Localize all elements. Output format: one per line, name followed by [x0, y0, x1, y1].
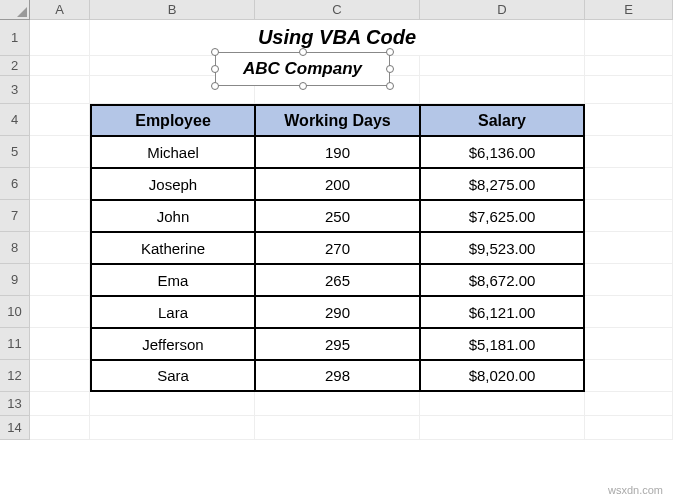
table-row[interactable]: $5,181.00 — [420, 328, 585, 360]
table-row[interactable]: 190 — [255, 136, 420, 168]
table-row[interactable]: Lara — [90, 296, 255, 328]
cell-a3[interactable] — [30, 76, 90, 104]
resize-handle-mr[interactable] — [386, 65, 394, 73]
cell-e11[interactable] — [585, 328, 673, 360]
col-header-d[interactable]: D — [420, 0, 585, 20]
resize-handle-br[interactable] — [386, 82, 394, 90]
textbox-text: ABC Company — [243, 59, 362, 79]
resize-handle-tm[interactable] — [299, 48, 307, 56]
table-row[interactable]: $8,020.00 — [420, 360, 585, 392]
cell-a7[interactable] — [30, 200, 90, 232]
cell-a13[interactable] — [30, 392, 90, 416]
cell-a8[interactable] — [30, 232, 90, 264]
cell-a9[interactable] — [30, 264, 90, 296]
resize-handle-tr[interactable] — [386, 48, 394, 56]
cell-a12[interactable] — [30, 360, 90, 392]
header-working-days[interactable]: Working Days — [255, 104, 420, 136]
table-row[interactable]: 200 — [255, 168, 420, 200]
cell-e1[interactable] — [585, 20, 673, 56]
selected-textbox[interactable]: ABC Company — [215, 52, 390, 86]
cell-a6[interactable] — [30, 168, 90, 200]
table-row[interactable]: Ema — [90, 264, 255, 296]
table-row[interactable]: $6,121.00 — [420, 296, 585, 328]
cell-e8[interactable] — [585, 232, 673, 264]
row-header-9[interactable]: 9 — [0, 264, 30, 296]
cell-a4[interactable] — [30, 104, 90, 136]
table-row[interactable]: Jefferson — [90, 328, 255, 360]
cell-d2[interactable] — [420, 56, 585, 76]
col-header-a[interactable]: A — [30, 0, 90, 20]
cell-a2[interactable] — [30, 56, 90, 76]
table-row[interactable]: $7,625.00 — [420, 200, 585, 232]
table-row[interactable]: 298 — [255, 360, 420, 392]
row-header-14[interactable]: 14 — [0, 416, 30, 440]
row-header-13[interactable]: 13 — [0, 392, 30, 416]
table-row[interactable]: $9,523.00 — [420, 232, 585, 264]
watermark: wsxdn.com — [608, 484, 663, 496]
cell-e14[interactable] — [585, 416, 673, 440]
table-row[interactable]: $6,136.00 — [420, 136, 585, 168]
cell-a1[interactable] — [30, 20, 90, 56]
table-row[interactable]: 295 — [255, 328, 420, 360]
cell-b14[interactable] — [90, 416, 255, 440]
cell-e6[interactable] — [585, 168, 673, 200]
resize-handle-tl[interactable] — [211, 48, 219, 56]
cell-a14[interactable] — [30, 416, 90, 440]
cell-e13[interactable] — [585, 392, 673, 416]
table-row[interactable]: $8,275.00 — [420, 168, 585, 200]
row-header-11[interactable]: 11 — [0, 328, 30, 360]
table-row[interactable]: 265 — [255, 264, 420, 296]
resize-handle-bm[interactable] — [299, 82, 307, 90]
table-row[interactable]: 290 — [255, 296, 420, 328]
resize-handle-ml[interactable] — [211, 65, 219, 73]
cell-e4[interactable] — [585, 104, 673, 136]
col-header-b[interactable]: B — [90, 0, 255, 20]
row-header-8[interactable]: 8 — [0, 232, 30, 264]
table-row[interactable]: John — [90, 200, 255, 232]
row-header-1[interactable]: 1 — [0, 20, 30, 56]
cell-b13[interactable] — [90, 392, 255, 416]
col-header-c[interactable]: C — [255, 0, 420, 20]
row-header-2[interactable]: 2 — [0, 56, 30, 76]
row-header-7[interactable]: 7 — [0, 200, 30, 232]
row-header-3[interactable]: 3 — [0, 76, 30, 104]
cell-e3[interactable] — [585, 76, 673, 104]
cell-e12[interactable] — [585, 360, 673, 392]
table-row[interactable]: Joseph — [90, 168, 255, 200]
row-header-12[interactable]: 12 — [0, 360, 30, 392]
cell-c13[interactable] — [255, 392, 420, 416]
row-header-6[interactable]: 6 — [0, 168, 30, 200]
cell-a5[interactable] — [30, 136, 90, 168]
cell-c14[interactable] — [255, 416, 420, 440]
select-all-corner[interactable] — [0, 0, 30, 20]
cell-e9[interactable] — [585, 264, 673, 296]
cell-d3[interactable] — [420, 76, 585, 104]
cell-d13[interactable] — [420, 392, 585, 416]
cell-e5[interactable] — [585, 136, 673, 168]
table-row[interactable]: 250 — [255, 200, 420, 232]
row-header-5[interactable]: 5 — [0, 136, 30, 168]
cell-a11[interactable] — [30, 328, 90, 360]
col-header-e[interactable]: E — [585, 0, 673, 20]
cell-e2[interactable] — [585, 56, 673, 76]
title-cell[interactable]: Using VBA Code — [90, 20, 585, 56]
table-row[interactable]: Katherine — [90, 232, 255, 264]
resize-handle-bl[interactable] — [211, 82, 219, 90]
table-row[interactable]: $8,672.00 — [420, 264, 585, 296]
cell-e7[interactable] — [585, 200, 673, 232]
row-header-10[interactable]: 10 — [0, 296, 30, 328]
cell-d14[interactable] — [420, 416, 585, 440]
table-row[interactable]: 270 — [255, 232, 420, 264]
cell-a10[interactable] — [30, 296, 90, 328]
header-employee[interactable]: Employee — [90, 104, 255, 136]
cell-e10[interactable] — [585, 296, 673, 328]
header-salary[interactable]: Salary — [420, 104, 585, 136]
table-row[interactable]: Sara — [90, 360, 255, 392]
row-header-4[interactable]: 4 — [0, 104, 30, 136]
table-row[interactable]: Michael — [90, 136, 255, 168]
